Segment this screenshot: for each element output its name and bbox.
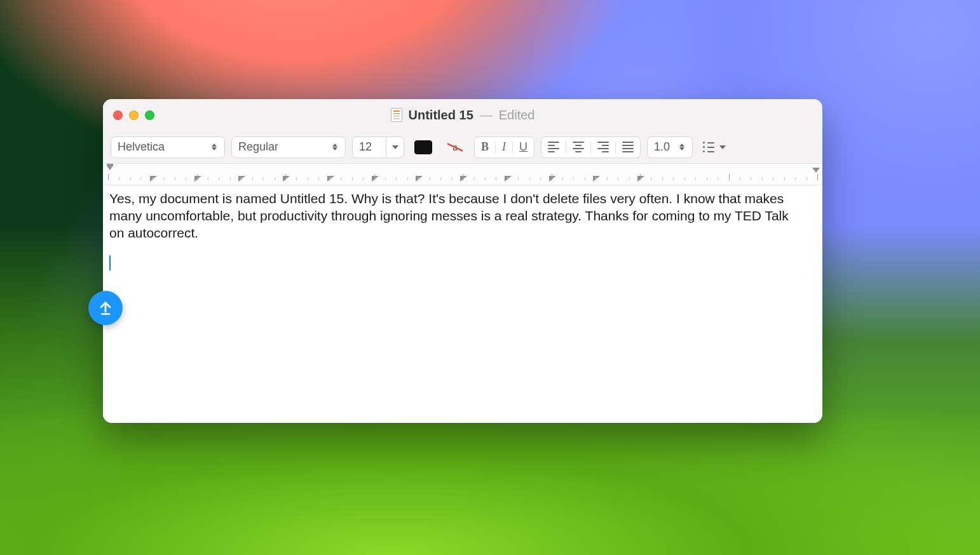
desktop-wallpaper: Untitled 15 — Edited Helvetica Regular	[0, 0, 980, 555]
stepper-icon	[678, 144, 686, 150]
font-family-value: Helvetica	[118, 140, 165, 154]
ruler-tab-stop[interactable]	[505, 176, 512, 182]
ruler-tab-stop[interactable]	[460, 176, 467, 182]
minimize-button[interactable]	[129, 110, 139, 120]
ruler[interactable]: 012345678	[103, 164, 822, 185]
font-style-value: Regular	[238, 140, 278, 154]
first-line-indent-marker[interactable]	[107, 164, 113, 170]
align-center-button[interactable]	[566, 137, 590, 157]
ruler-tab-stop[interactable]	[593, 176, 600, 182]
ruler-tab-stop[interactable]	[549, 176, 556, 182]
text-style-group: B I U	[474, 137, 534, 158]
font-size-dropdown[interactable]	[386, 137, 404, 158]
bold-button[interactable]: B	[475, 137, 495, 157]
document-icon	[391, 108, 402, 122]
align-justify-button[interactable]	[616, 137, 640, 157]
text-color-icon: a	[446, 140, 464, 154]
line-spacing-select[interactable]: 1.0	[647, 137, 693, 158]
fill-color-button[interactable]	[411, 137, 436, 158]
stepper-icon	[210, 144, 218, 150]
align-left-button[interactable]	[541, 137, 566, 157]
text-cursor	[109, 255, 111, 271]
ruler-tab-stop[interactable]	[238, 176, 245, 182]
list-icon	[703, 142, 714, 152]
window-edited-status: Edited	[499, 108, 535, 123]
close-button[interactable]	[113, 110, 123, 120]
align-justify-icon	[622, 142, 634, 152]
traffic-lights	[113, 110, 154, 120]
ruler-tab-stop[interactable]	[637, 176, 644, 182]
ruler-ticks: 012345678	[108, 174, 817, 180]
align-left-icon	[548, 142, 559, 152]
formatting-toolbar: Helvetica Regular 12	[103, 131, 822, 164]
upload-floating-button[interactable]	[88, 291, 123, 325]
textedit-window: Untitled 15 — Edited Helvetica Regular	[103, 99, 822, 423]
ruler-tab-stop[interactable]	[150, 176, 157, 182]
italic-button[interactable]: I	[496, 137, 512, 157]
font-family-select[interactable]: Helvetica	[111, 137, 225, 158]
window-title: Untitled 15	[409, 108, 473, 123]
zoom-button[interactable]	[145, 110, 154, 120]
stepper-icon	[331, 144, 339, 150]
list-style-select[interactable]	[699, 137, 730, 158]
ruler-tab-stop[interactable]	[327, 176, 334, 182]
font-size-control: 12	[352, 137, 404, 158]
window-titlebar[interactable]: Untitled 15 — Edited	[103, 99, 822, 131]
ruler-tab-stop[interactable]	[194, 176, 201, 182]
text-color-button[interactable]: a	[442, 137, 468, 158]
title-separator: —	[480, 108, 493, 123]
document-body-text[interactable]: Yes, my document is named Untitled 15. W…	[109, 191, 803, 242]
document-area[interactable]: Yes, my document is named Untitled 15. W…	[103, 185, 822, 423]
line-spacing-value: 1.0	[654, 140, 670, 154]
align-right-button[interactable]	[591, 137, 615, 157]
alignment-group	[541, 137, 641, 158]
fill-color-swatch	[414, 140, 432, 154]
font-size-input[interactable]: 12	[352, 137, 386, 158]
underline-button[interactable]: U	[513, 137, 534, 157]
upload-arrow-icon	[97, 299, 114, 317]
title-center: Untitled 15 — Edited	[103, 108, 822, 123]
ruler-tab-stop[interactable]	[416, 176, 423, 182]
align-right-icon	[597, 142, 609, 152]
font-style-select[interactable]: Regular	[231, 137, 346, 158]
align-center-icon	[573, 142, 584, 152]
right-margin-marker[interactable]	[812, 168, 820, 173]
font-size-value: 12	[359, 140, 372, 154]
ruler-tab-stop[interactable]	[372, 176, 379, 182]
chevron-down-icon	[719, 145, 726, 149]
ruler-tab-stop[interactable]	[283, 176, 290, 182]
chevron-down-icon	[392, 145, 398, 149]
